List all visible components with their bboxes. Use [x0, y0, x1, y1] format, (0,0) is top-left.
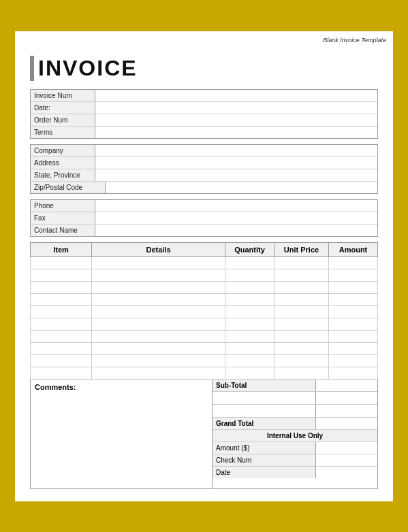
cell-quantity[interactable]: [225, 269, 274, 281]
col-header-amount: Amount: [329, 242, 378, 256]
check-num-value[interactable]: [316, 454, 377, 466]
grand-total-value[interactable]: [316, 418, 377, 429]
comments-label: Comments:: [35, 383, 76, 391]
cell-details[interactable]: [92, 367, 225, 379]
company-input[interactable]: [95, 145, 377, 156]
cell-amount[interactable]: [329, 330, 378, 342]
state-input[interactable]: [95, 169, 377, 181]
cell-details[interactable]: [92, 256, 225, 269]
table-row: [31, 293, 378, 305]
date-totals-value[interactable]: [316, 467, 377, 478]
company-info-section: Company Address State, Province Zip/Post…: [30, 144, 378, 194]
cell-amount[interactable]: [329, 354, 378, 367]
cell-item[interactable]: [31, 354, 92, 367]
state-label: State, Province: [31, 169, 95, 181]
terms-label: Terms: [31, 127, 95, 138]
contact-name-row: Contact Name: [31, 225, 377, 236]
col-header-details: Details: [92, 242, 225, 256]
subtotal-row: Sub-Total: [213, 380, 377, 392]
amount-s-value[interactable]: [316, 442, 377, 454]
company-label: Company: [31, 145, 95, 156]
fax-input[interactable]: [95, 212, 377, 224]
cell-unit-price[interactable]: [274, 318, 329, 330]
comments-area[interactable]: Comments:: [31, 380, 213, 488]
cell-details[interactable]: [92, 330, 225, 342]
cell-quantity[interactable]: [225, 318, 274, 330]
table-row: [31, 367, 378, 379]
cell-quantity[interactable]: [225, 367, 274, 379]
zip-row: Zip/Postal Code: [31, 182, 377, 193]
order-num-input[interactable]: [95, 114, 377, 126]
invoice-num-input[interactable]: [95, 90, 377, 101]
cell-unit-price[interactable]: [274, 293, 329, 305]
subtotal-value[interactable]: [316, 380, 377, 391]
cell-unit-price[interactable]: [274, 281, 329, 293]
invoice-info-section: Invoice Num Date: Order Num Terms: [30, 89, 378, 139]
cell-amount[interactable]: [329, 342, 378, 354]
cell-item[interactable]: [31, 269, 92, 281]
fax-label: Fax: [31, 212, 95, 224]
items-table: Item Details Quantity Unit Price Amount: [30, 242, 378, 380]
template-label: Blank Invoice Template: [323, 37, 386, 44]
cell-amount[interactable]: [329, 293, 378, 305]
contact-name-input[interactable]: [95, 225, 377, 236]
col-header-quantity: Quantity: [225, 242, 274, 256]
cell-item[interactable]: [31, 342, 92, 354]
internal-use-header: Internal Use Only: [213, 430, 377, 442]
cell-unit-price[interactable]: [274, 354, 329, 367]
cell-quantity[interactable]: [225, 330, 274, 342]
cell-item[interactable]: [31, 305, 92, 318]
cell-amount[interactable]: [329, 367, 378, 379]
contact-name-label: Contact Name: [31, 225, 95, 236]
fax-row: Fax: [31, 212, 377, 225]
zip-label: Zip/Postal Code: [31, 182, 106, 193]
cell-amount[interactable]: [329, 318, 378, 330]
cell-item[interactable]: [31, 318, 92, 330]
cell-details[interactable]: [92, 293, 225, 305]
phone-input[interactable]: [95, 200, 377, 212]
cell-quantity[interactable]: [225, 305, 274, 318]
cell-quantity[interactable]: [225, 354, 274, 367]
table-row: [31, 305, 378, 318]
cell-quantity[interactable]: [225, 281, 274, 293]
table-row: [31, 318, 378, 330]
terms-input[interactable]: [95, 127, 377, 138]
date-totals-row: Date: [213, 467, 377, 478]
invoice-num-label: Invoice Num: [31, 90, 95, 101]
cell-quantity[interactable]: [225, 256, 274, 269]
cell-details[interactable]: [92, 342, 225, 354]
cell-unit-price[interactable]: [274, 305, 329, 318]
cell-item[interactable]: [31, 367, 92, 379]
cell-amount[interactable]: [329, 269, 378, 281]
cell-unit-price[interactable]: [274, 342, 329, 354]
cell-quantity[interactable]: [225, 293, 274, 305]
address-input[interactable]: [95, 157, 377, 169]
cell-amount[interactable]: [329, 256, 378, 269]
cell-unit-price[interactable]: [274, 269, 329, 281]
cell-details[interactable]: [92, 281, 225, 293]
table-row: [31, 342, 378, 354]
cell-unit-price[interactable]: [274, 256, 329, 269]
cell-item[interactable]: [31, 256, 92, 269]
state-row: State, Province: [31, 169, 377, 182]
subtotal-label: Sub-Total: [213, 380, 316, 391]
cell-details[interactable]: [92, 269, 225, 281]
cell-item[interactable]: [31, 281, 92, 293]
cell-quantity[interactable]: [225, 342, 274, 354]
cell-details[interactable]: [92, 318, 225, 330]
cell-amount[interactable]: [329, 305, 378, 318]
spacer-row-2: [213, 405, 377, 418]
cell-unit-price[interactable]: [274, 367, 329, 379]
table-row: [31, 269, 378, 281]
cell-unit-price[interactable]: [274, 330, 329, 342]
cell-amount[interactable]: [329, 281, 378, 293]
cell-details[interactable]: [92, 305, 225, 318]
zip-input[interactable]: [106, 182, 377, 193]
cell-details[interactable]: [92, 354, 225, 367]
phone-row: Phone: [31, 200, 377, 212]
cell-item[interactable]: [31, 330, 92, 342]
grand-total-row: Grand Total: [213, 418, 377, 430]
date-input[interactable]: [95, 102, 377, 114]
cell-item[interactable]: [31, 293, 92, 305]
order-num-label: Order Num: [31, 114, 95, 126]
